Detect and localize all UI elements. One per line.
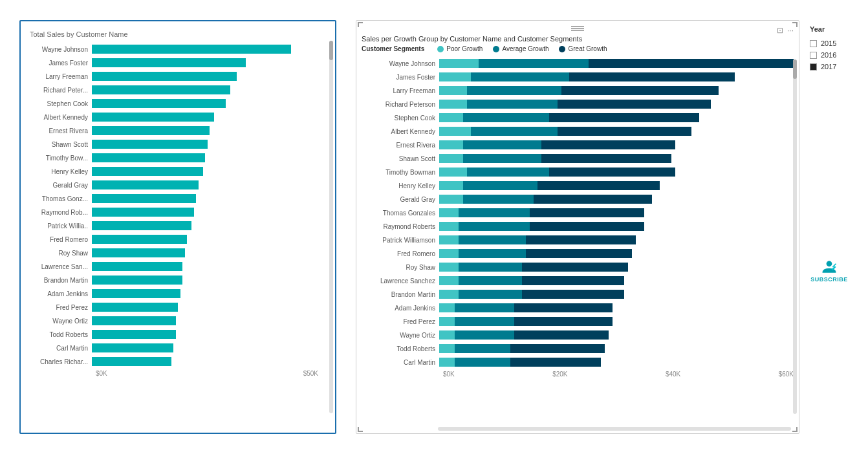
left-bar-fill[interactable]	[92, 235, 187, 244]
right-bar-seg-great[interactable]	[549, 168, 675, 177]
left-bar-fill[interactable]	[92, 262, 182, 271]
right-bar-seg-poor[interactable]	[439, 181, 463, 190]
right-bar-seg-poor[interactable]	[439, 208, 459, 217]
left-bar-fill[interactable]	[92, 180, 199, 189]
subscribe-label[interactable]: SUBSCRIBE	[810, 276, 848, 283]
left-bar-fill[interactable]	[92, 208, 194, 217]
right-bar-seg-poor[interactable]	[439, 222, 459, 231]
right-bar-seg-poor[interactable]	[439, 59, 479, 68]
left-bar-fill[interactable]	[92, 303, 178, 312]
left-bar-fill[interactable]	[92, 45, 291, 54]
year-item-2017[interactable]: 2017	[810, 63, 849, 70]
left-bar-fill[interactable]	[92, 99, 226, 108]
right-bar-seg-avg[interactable]	[463, 195, 534, 204]
drag-handle[interactable]	[571, 26, 584, 31]
right-bar-seg-great[interactable]	[561, 86, 719, 95]
year-item-2015[interactable]: 2015	[810, 39, 849, 47]
subscribe-area[interactable]: SUBSCRIBE	[810, 258, 849, 283]
right-bar-seg-poor[interactable]	[439, 249, 459, 258]
right-bar-seg-avg[interactable]	[459, 276, 521, 285]
right-bar-seg-great[interactable]	[530, 222, 644, 231]
right-bar-seg-great[interactable]	[530, 208, 644, 217]
right-bar-seg-great[interactable]	[522, 290, 624, 299]
right-bar-seg-avg[interactable]	[459, 263, 521, 272]
left-bar-fill[interactable]	[92, 113, 214, 122]
left-bar-fill[interactable]	[92, 343, 173, 352]
year-checkbox-2017[interactable]	[810, 63, 817, 70]
right-bar-seg-avg[interactable]	[459, 249, 526, 258]
right-bar-seg-avg[interactable]	[455, 358, 510, 367]
right-bar-seg-avg[interactable]	[471, 127, 558, 136]
right-bar-seg-poor[interactable]	[439, 358, 455, 367]
right-bar-seg-great[interactable]	[510, 358, 601, 367]
year-checkbox-2016[interactable]	[810, 52, 817, 59]
right-bar-seg-great[interactable]	[510, 344, 605, 353]
right-bar-seg-poor[interactable]	[439, 127, 471, 136]
right-bar-seg-avg[interactable]	[467, 86, 561, 95]
right-bar-seg-great[interactable]	[569, 72, 735, 81]
right-bar-seg-great[interactable]	[541, 140, 675, 149]
right-bar-seg-poor[interactable]	[439, 113, 463, 122]
right-bar-seg-poor[interactable]	[439, 263, 459, 272]
left-bar-fill[interactable]	[92, 194, 196, 203]
left-bar-fill[interactable]	[92, 276, 182, 285]
right-bar-seg-great[interactable]	[558, 100, 711, 109]
right-bar-seg-poor[interactable]	[439, 100, 467, 109]
right-bar-seg-great[interactable]	[558, 127, 691, 136]
left-bar-fill[interactable]	[92, 357, 171, 366]
left-bar-fill[interactable]	[92, 289, 180, 298]
right-bar-seg-avg[interactable]	[459, 222, 530, 231]
right-bar-seg-great[interactable]	[514, 317, 613, 326]
right-bar-seg-poor[interactable]	[439, 72, 471, 81]
right-bar-seg-avg[interactable]	[459, 235, 526, 244]
right-bar-seg-avg[interactable]	[455, 303, 514, 312]
right-bar-seg-avg[interactable]	[459, 208, 530, 217]
right-bar-seg-avg[interactable]	[463, 140, 542, 149]
right-bar-seg-avg[interactable]	[455, 344, 510, 353]
right-scrollbar[interactable]	[793, 59, 797, 414]
right-bar-seg-avg[interactable]	[463, 181, 538, 190]
right-bar-seg-great[interactable]	[537, 181, 660, 190]
right-bar-seg-poor[interactable]	[439, 330, 455, 340]
right-bar-seg-great[interactable]	[526, 249, 632, 258]
left-bar-fill[interactable]	[92, 58, 246, 67]
right-bar-seg-poor[interactable]	[439, 235, 459, 244]
right-bar-seg-avg[interactable]	[471, 72, 569, 81]
left-bar-fill[interactable]	[92, 248, 185, 257]
right-bar-seg-avg[interactable]	[463, 113, 550, 122]
right-bar-seg-great[interactable]	[541, 154, 671, 163]
bottom-scrollbar[interactable]	[438, 427, 791, 431]
right-bar-seg-great[interactable]	[522, 276, 624, 285]
right-bar-seg-poor[interactable]	[439, 290, 459, 299]
right-bar-seg-avg[interactable]	[455, 317, 514, 326]
left-scrollbar-thumb[interactable]	[329, 41, 333, 60]
more-icon[interactable]: ···	[787, 26, 794, 35]
left-bar-fill[interactable]	[92, 153, 205, 162]
right-bar-seg-poor[interactable]	[439, 195, 463, 204]
left-bar-fill[interactable]	[92, 167, 203, 176]
year-item-2016[interactable]: 2016	[810, 51, 849, 59]
right-bar-seg-poor[interactable]	[439, 344, 455, 353]
right-bar-seg-great[interactable]	[589, 59, 794, 68]
right-bar-seg-avg[interactable]	[467, 168, 550, 177]
left-bar-fill[interactable]	[92, 126, 210, 135]
left-scrollbar[interactable]	[329, 41, 333, 413]
right-scrollbar-thumb[interactable]	[793, 59, 797, 79]
right-bar-seg-avg[interactable]	[459, 290, 521, 299]
left-bar-fill[interactable]	[92, 330, 176, 339]
right-bar-seg-avg[interactable]	[455, 330, 514, 340]
right-bar-seg-great[interactable]	[526, 235, 636, 244]
right-bar-seg-poor[interactable]	[439, 317, 455, 326]
left-bar-fill[interactable]	[92, 221, 191, 230]
left-bar-fill[interactable]	[92, 72, 237, 81]
right-bar-seg-poor[interactable]	[439, 168, 467, 177]
left-bar-fill[interactable]	[92, 140, 208, 149]
right-bar-seg-great[interactable]	[522, 263, 628, 272]
right-bar-seg-poor[interactable]	[439, 140, 463, 149]
right-bar-seg-poor[interactable]	[439, 86, 467, 95]
right-bar-seg-avg[interactable]	[463, 154, 542, 163]
right-bar-seg-great[interactable]	[514, 330, 609, 340]
right-bar-seg-avg[interactable]	[479, 59, 589, 68]
right-bar-seg-avg[interactable]	[467, 100, 558, 109]
resize-icon[interactable]: ⊡	[777, 26, 783, 35]
